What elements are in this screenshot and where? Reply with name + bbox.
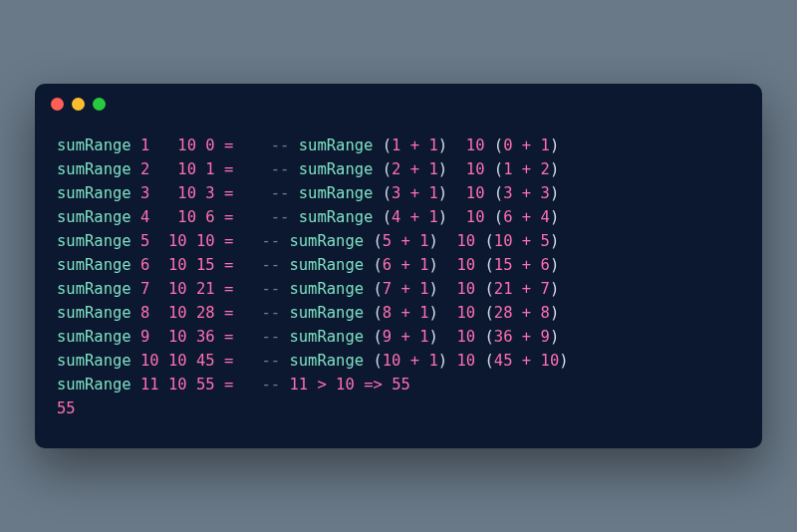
paren: ( xyxy=(373,256,382,274)
fn-name: sumRange xyxy=(57,352,132,370)
paren: ) xyxy=(438,160,447,178)
plus: + xyxy=(522,328,531,346)
fn-name: sumRange xyxy=(57,304,132,322)
close-icon[interactable] xyxy=(51,98,64,111)
code-line: sumRange 10 10 45 = -- sumRange (10 + 1)… xyxy=(57,349,740,373)
paren: ) xyxy=(550,160,559,178)
paren: ( xyxy=(373,232,382,250)
fn-name: sumRange xyxy=(289,304,364,322)
num: 5 xyxy=(541,232,550,250)
num: 10 xyxy=(466,160,485,178)
equals: = xyxy=(224,136,233,154)
paren: ) xyxy=(438,184,447,202)
num: 9 xyxy=(383,328,392,346)
num: 2 xyxy=(392,160,400,178)
arg: 10 xyxy=(168,304,187,322)
paren: ( xyxy=(373,328,382,346)
plus: + xyxy=(410,208,419,226)
equals: = xyxy=(224,280,233,298)
code-line: sumRange 11 10 55 = -- 11 > 10 => 55 xyxy=(57,373,740,397)
arg: 21 xyxy=(196,280,215,298)
equals: = xyxy=(224,352,233,370)
fn-name: sumRange xyxy=(289,256,364,274)
arg: 10 xyxy=(168,256,187,274)
plus: + xyxy=(522,208,531,226)
fn-name: sumRange xyxy=(57,136,132,154)
num: 10 xyxy=(456,304,475,322)
arg: 3 xyxy=(205,184,214,202)
code-line: sumRange 1 10 0 = -- sumRange (1 + 1) 10… xyxy=(57,133,740,157)
comment-dash: -- xyxy=(261,304,280,322)
paren: ( xyxy=(494,160,503,178)
fn-name: sumRange xyxy=(299,160,374,178)
arg: 1 xyxy=(205,160,214,178)
paren: ( xyxy=(494,136,503,154)
plus: + xyxy=(522,160,531,178)
code-line: sumRange 7 10 21 = -- sumRange (7 + 1) 1… xyxy=(57,277,740,301)
comment-dash: -- xyxy=(261,280,280,298)
code-line: sumRange 4 10 6 = -- sumRange (4 + 1) 10… xyxy=(57,205,740,229)
fn-name: sumRange xyxy=(57,256,132,274)
fn-name: sumRange xyxy=(57,184,132,202)
minimize-icon[interactable] xyxy=(72,98,85,111)
paren: ( xyxy=(373,304,382,322)
fn-name: sumRange xyxy=(289,232,364,250)
arg: 10 xyxy=(140,352,159,370)
terminal-window: sumRange 1 10 0 = -- sumRange (1 + 1) 10… xyxy=(35,84,762,448)
num: 7 xyxy=(383,280,392,298)
paren: ( xyxy=(383,136,392,154)
paren: ( xyxy=(373,280,382,298)
equals: = xyxy=(224,376,233,394)
num: 1 xyxy=(428,136,437,154)
paren: ( xyxy=(485,304,494,322)
num: 1 xyxy=(428,352,437,370)
num: 9 xyxy=(541,328,550,346)
paren: ( xyxy=(494,208,503,226)
result-line: 55 xyxy=(57,397,740,420)
comment-dash: -- xyxy=(261,328,280,346)
fn-name: sumRange xyxy=(299,208,374,226)
plus: + xyxy=(410,160,419,178)
num: 28 xyxy=(494,304,513,322)
comment-dash: -- xyxy=(271,184,290,202)
arg: 28 xyxy=(196,304,215,322)
paren: ) xyxy=(550,328,559,346)
num: 10 xyxy=(456,256,475,274)
plus: + xyxy=(410,352,419,370)
code-block: sumRange 1 10 0 = -- sumRange (1 + 1) 10… xyxy=(35,126,762,448)
num: 10 xyxy=(541,352,560,370)
maximize-icon[interactable] xyxy=(93,98,106,111)
num: 36 xyxy=(494,328,513,346)
num: 6 xyxy=(503,208,512,226)
fn-name: sumRange xyxy=(299,184,374,202)
num: 0 xyxy=(503,136,512,154)
num: 1 xyxy=(428,184,437,202)
num: 6 xyxy=(383,256,392,274)
arg: 10 xyxy=(177,184,196,202)
comment-dash: -- xyxy=(261,232,280,250)
num: 45 xyxy=(494,352,513,370)
arrow: => xyxy=(364,376,383,394)
paren: ) xyxy=(428,304,437,322)
arg: 8 xyxy=(140,304,149,322)
num: 55 xyxy=(392,376,410,394)
fn-name: sumRange xyxy=(57,160,132,178)
plus: + xyxy=(400,304,409,322)
paren: ( xyxy=(485,352,494,370)
arg: 10 xyxy=(168,376,187,394)
arg: 6 xyxy=(205,208,214,226)
num: 10 xyxy=(466,184,485,202)
num: 1 xyxy=(428,208,437,226)
arg: 6 xyxy=(140,256,149,274)
arg: 9 xyxy=(140,328,149,346)
comment-dash: -- xyxy=(261,352,280,370)
paren: ( xyxy=(383,208,392,226)
num: 10 xyxy=(383,352,401,370)
arg: 10 xyxy=(168,328,187,346)
paren: ) xyxy=(559,352,568,370)
num: 21 xyxy=(494,280,513,298)
num: 4 xyxy=(541,208,550,226)
gt: > xyxy=(317,376,326,394)
num: 6 xyxy=(541,256,550,274)
window-titlebar xyxy=(35,84,762,126)
